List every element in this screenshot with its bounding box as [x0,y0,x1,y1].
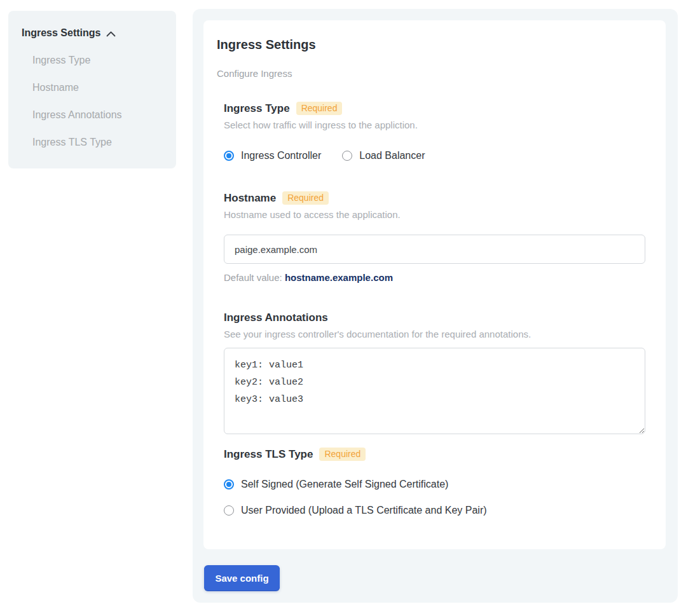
section-ingress-type: Ingress Type Required Select how traffic… [224,102,645,161]
config-page: Ingress Settings Ingress Type Hostname I… [0,0,693,616]
sidebar-item-ingress-type[interactable]: Ingress Type [32,55,176,66]
default-value-link[interactable]: hostname.example.com [285,272,393,283]
radio-option-user-provided[interactable]: User Provided (Upload a TLS Certificate … [224,505,645,516]
section-title: Ingress Annotations [224,311,328,324]
section-description: Select how traffic will ingress to the a… [224,120,645,130]
save-config-button[interactable]: Save config [204,565,280,591]
section-title: Ingress TLS Type [224,448,313,461]
radio-icon[interactable] [224,151,234,161]
section-description: See your ingress controller's documentat… [224,329,645,339]
radio-option-self-signed[interactable]: Self Signed (Generate Self Signed Certif… [224,479,645,490]
config-panel: Ingress Settings Configure Ingress Ingre… [193,9,678,603]
section-title: Hostname [224,192,276,205]
radio-label: Self Signed (Generate Self Signed Certif… [241,479,448,490]
radio-label: Ingress Controller [241,150,321,161]
section-header-ingress-type: Ingress Type Required [224,102,645,115]
tls-type-radio-group: Self Signed (Generate Self Signed Certif… [224,479,645,516]
hostname-default-value: Default value: hostname.example.com [224,272,645,283]
default-value-label: Default value: [224,272,282,283]
sidebar-item-ingress-tls-type[interactable]: Ingress TLS Type [32,137,176,148]
radio-label: Load Balancer [359,150,425,161]
radio-icon[interactable] [342,151,352,161]
required-badge: Required [296,102,343,115]
required-badge: Required [319,448,366,461]
section-title: Ingress Type [224,102,290,115]
required-badge: Required [282,191,329,205]
section-hostname: Hostname Required Hostname used to acces… [224,191,645,283]
sidebar-group-ingress-settings[interactable]: Ingress Settings [8,11,176,39]
chevron-up-icon [106,31,116,37]
section-header-hostname: Hostname Required [224,191,645,205]
section-description: Hostname used to access the application. [224,209,645,220]
radio-option-ingress-controller[interactable]: Ingress Controller [224,150,321,161]
hostname-input[interactable] [224,235,645,264]
sidebar-item-list: Ingress Type Hostname Ingress Annotation… [8,55,176,148]
section-ingress-tls-type: Ingress TLS Type Required Self Signed (G… [224,448,645,516]
page-title: Ingress Settings [217,38,645,52]
sidebar-item-hostname[interactable]: Hostname [32,82,176,93]
section-header-ingress-annotations: Ingress Annotations [224,311,645,324]
ingress-annotations-textarea[interactable]: key1: value1 key2: value2 key3: value3 [224,348,645,434]
sidebar-group-label: Ingress Settings [22,27,100,39]
sidebar-item-ingress-annotations[interactable]: Ingress Annotations [32,109,176,121]
page-subtitle: Configure Ingress [217,68,645,79]
radio-label: User Provided (Upload a TLS Certificate … [241,505,487,516]
radio-option-load-balancer[interactable]: Load Balancer [342,150,425,161]
ingress-type-radio-group: Ingress Controller Load Balancer [224,150,645,161]
section-ingress-annotations: Ingress Annotations See your ingress con… [224,311,645,434]
radio-icon[interactable] [224,479,234,489]
radio-icon[interactable] [224,505,234,516]
config-nav-sidebar: Ingress Settings Ingress Type Hostname I… [8,11,176,168]
ingress-settings-card: Ingress Settings Configure Ingress Ingre… [203,20,666,549]
section-header-ingress-tls-type: Ingress TLS Type Required [224,448,645,461]
